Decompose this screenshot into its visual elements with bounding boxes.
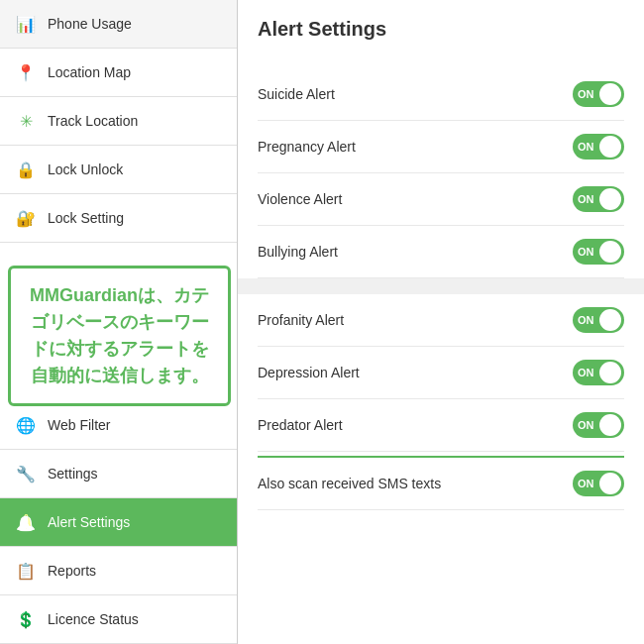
toggle-on-label-bullying: ON	[578, 246, 594, 258]
toggle-knob-profanity	[599, 309, 621, 331]
sidebar-item-web-filter[interactable]: Web Filter	[0, 401, 237, 450]
section-divider	[238, 278, 644, 294]
sidebar-item-lock-unlock[interactable]: Lock Unlock	[0, 146, 237, 194]
alert-label-pregnancy: Pregnancy Alert	[258, 139, 356, 155]
toggle-on-label-violence: ON	[578, 193, 594, 205]
tooltip-overlay: MMGuardianは、カテゴリベースのキーワードに対するアラートを自動的に送信…	[8, 266, 231, 406]
alert-label-bullying: Bullying Alert	[258, 244, 338, 260]
toggle-violence[interactable]: ON	[573, 186, 624, 212]
toggle-knob-depression	[599, 362, 621, 383]
licence-icon	[14, 607, 38, 631]
sidebar-label-lock-unlock: Lock Unlock	[48, 161, 123, 177]
alert-row-suicide: Suicide Alert ON	[258, 68, 624, 121]
toggle-knob-predator	[599, 414, 621, 436]
alert-label-predator: Predator Alert	[258, 417, 343, 433]
settings-icon	[14, 462, 38, 485]
lock-setting-icon	[14, 206, 38, 230]
alert-label-depression: Depression Alert	[258, 365, 360, 380]
sidebar-label-licence-status: Licence Status	[48, 611, 139, 627]
toggle-depression[interactable]: ON	[573, 360, 624, 385]
sidebar-label-track-location: Track Location	[48, 113, 138, 129]
toggle-knob-sms	[599, 473, 621, 494]
sidebar-label-location-map: Location Map	[48, 64, 131, 80]
alert-icon	[14, 510, 38, 534]
sidebar-item-location-map[interactable]: Location Map	[0, 49, 237, 97]
alert-label-profanity: Profanity Alert	[258, 312, 344, 328]
toggle-on-label-profanity: ON	[578, 314, 594, 326]
alert-row-depression: Depression Alert ON	[258, 347, 624, 399]
sidebar-label-lock-setting: Lock Setting	[48, 210, 124, 226]
sidebar-item-lock-setting[interactable]: Lock Setting	[0, 194, 237, 243]
toggle-suicide[interactable]: ON	[573, 81, 624, 107]
sidebar-label-reports: Reports	[48, 563, 96, 579]
sidebar-item-reports[interactable]: Reports	[0, 547, 237, 595]
alert-row-predator: Predator Alert ON	[258, 399, 624, 452]
toggle-on-label-suicide: ON	[578, 88, 594, 100]
location-icon	[14, 60, 38, 84]
bar-chart-icon	[14, 12, 38, 36]
sidebar-label-web-filter: Web Filter	[48, 417, 111, 433]
lock-icon	[14, 158, 38, 181]
alert-row-bullying: Bullying Alert ON	[258, 226, 624, 278]
page-title: Alert Settings	[258, 18, 624, 49]
sidebar-label-phone-usage: Phone Usage	[48, 16, 132, 32]
alert-row-violence: Violence Alert ON	[258, 173, 624, 226]
toggle-on-label-sms: ON	[578, 478, 594, 489]
web-icon	[14, 413, 38, 437]
target-icon	[14, 109, 38, 133]
toggle-on-label-predator: ON	[578, 419, 594, 431]
toggle-on-label-depression: ON	[578, 367, 594, 378]
sidebar-item-alert-settings[interactable]: Alert Settings	[0, 498, 237, 547]
toggle-sms[interactable]: ON	[573, 471, 624, 496]
toggle-knob-violence	[599, 188, 621, 210]
alert-label-violence: Violence Alert	[258, 191, 342, 207]
alert-row-pregnancy: Pregnancy Alert ON	[258, 121, 624, 173]
reports-icon	[14, 559, 38, 583]
main-content: Alert Settings Suicide Alert ON Pregnanc…	[238, 0, 644, 644]
sidebar-item-licence-status[interactable]: Licence Status	[0, 595, 237, 644]
toggle-knob-pregnancy	[599, 136, 621, 158]
toggle-knob-bullying	[599, 241, 621, 263]
toggle-on-label-pregnancy: ON	[578, 141, 594, 153]
sidebar-item-settings[interactable]: Settings	[0, 450, 237, 498]
sidebar-item-phone-usage[interactable]: Phone Usage	[0, 0, 237, 49]
alert-label-sms: Also scan received SMS texts	[258, 476, 441, 491]
tooltip-text: MMGuardianは、カテゴリベースのキーワードに対するアラートを自動的に送信…	[30, 285, 209, 385]
toggle-knob-suicide	[599, 83, 621, 105]
toggle-bullying[interactable]: ON	[573, 239, 624, 265]
toggle-predator[interactable]: ON	[573, 412, 624, 438]
sidebar-item-track-location[interactable]: Track Location	[0, 97, 237, 146]
alert-row-sms: Also scan received SMS texts ON	[258, 456, 624, 510]
toggle-pregnancy[interactable]: ON	[573, 134, 624, 160]
toggle-profanity[interactable]: ON	[573, 307, 624, 333]
alert-row-profanity: Profanity Alert ON	[258, 294, 624, 347]
sidebar: Phone Usage Location Map Track Location …	[0, 0, 238, 644]
sidebar-label-alert-settings: Alert Settings	[48, 514, 130, 530]
sidebar-label-settings: Settings	[48, 466, 98, 482]
alert-label-suicide: Suicide Alert	[258, 86, 335, 102]
